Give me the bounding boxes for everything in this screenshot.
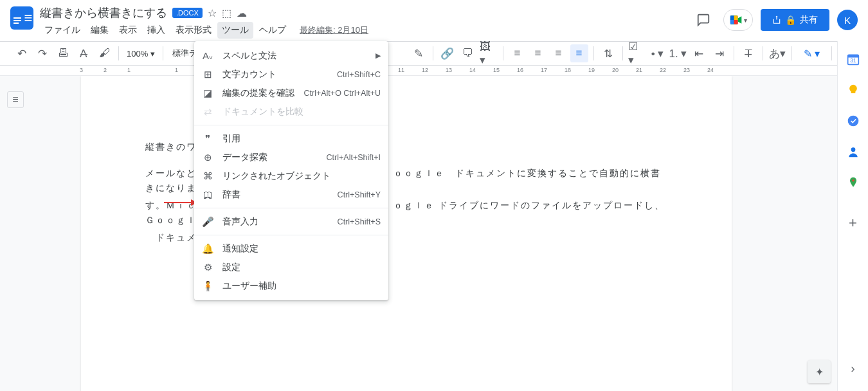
menu-help[interactable]: ヘルプ (255, 22, 291, 39)
paint-format-icon[interactable]: 🖌 (95, 44, 113, 62)
contacts-app-icon[interactable] (847, 145, 860, 158)
bulleted-list-icon[interactable]: • ▾ (649, 44, 667, 62)
svg-rect-7 (734, 20, 737, 24)
accessibility-icon: 🧍 (202, 280, 213, 292)
svg-rect-4 (730, 15, 734, 20)
menu-explore[interactable]: ⊕データ探索Ctrl+Alt+Shift+I (194, 148, 388, 167)
comment-history-icon[interactable] (691, 8, 716, 32)
menu-notification-settings[interactable]: 🔔通知設定 (194, 239, 388, 258)
tools-dropdown: Aᵥスペルと文法▶ ⊞文字カウントCtrl+Shift+C ◪編集の提案を確認C… (194, 41, 388, 300)
spellcheck-icon[interactable]: A̶ (75, 44, 93, 62)
content-area: ≡ 縦書きのワー メールなどでｏｏｇｌｅ ドキュメントに変換することで自動的に横… (0, 76, 837, 391)
line-spacing-icon[interactable]: ⇅ (599, 44, 617, 62)
svg-rect-6 (734, 15, 737, 20)
svg-rect-1 (14, 20, 21, 21)
svg-point-14 (851, 147, 855, 152)
docx-badge: .DOCX (172, 8, 203, 18)
increase-indent-icon[interactable]: ⇥ (710, 44, 728, 62)
add-addon-icon[interactable]: + (849, 215, 857, 232)
compare-icon: ⇄ (202, 106, 213, 118)
insert-image-icon[interactable]: 🖼 ▾ (480, 44, 498, 62)
menu-tools[interactable]: ツール (217, 22, 253, 39)
undo-icon[interactable]: ↶ (13, 44, 31, 62)
menu-dictionary[interactable]: 🕮辞書Ctrl+Shift+Y (194, 185, 388, 204)
last-edit-link[interactable]: 最終編集: 2月10日 (297, 22, 371, 39)
checklist-icon[interactable]: ☑ ▾ (628, 44, 646, 62)
title-area: 縦書きから横書きにする .DOCX ☆ ⬚ ☁ ファイル 編集 表示 挿入 表示… (40, 5, 691, 39)
menu-compare-documents: ⇄ドキュメントを比較 (194, 102, 388, 121)
svg-rect-0 (14, 17, 21, 19)
review-icon: ◪ (202, 87, 213, 99)
side-panel: 31 + › (837, 41, 868, 391)
decrease-indent-icon[interactable]: ⇤ (690, 44, 708, 62)
svg-point-13 (847, 116, 858, 127)
share-button[interactable]: 🔒 共有 (761, 9, 829, 31)
calendar-app-icon[interactable]: 31 (847, 53, 860, 66)
header: ≡ 縦書きから横書きにする .DOCX ☆ ⬚ ☁ ファイル 編集 表示 挿入 … (0, 0, 868, 41)
gear-icon: ⚙ (202, 262, 213, 273)
menu-view[interactable]: 表示 (114, 22, 141, 39)
svg-rect-5 (730, 20, 734, 24)
cloud-status-icon[interactable]: ☁ (237, 7, 247, 19)
insert-link-icon[interactable]: 🔗 (439, 44, 457, 62)
maps-app-icon[interactable] (847, 176, 860, 189)
move-icon[interactable]: ⬚ (222, 7, 231, 19)
document-page[interactable]: 縦書きのワー メールなどでｏｏｇｌｅ ドキュメントに変換することで自動的に横書き… (81, 76, 732, 391)
share-label: 共有 (800, 14, 818, 26)
align-left-icon[interactable]: ≡ (509, 44, 527, 62)
hide-panel-icon[interactable]: › (851, 362, 855, 376)
svg-rect-2 (14, 23, 19, 24)
document-title[interactable]: 縦書きから横書きにする (40, 5, 167, 21)
keep-app-icon[interactable] (847, 84, 860, 96)
outline-rail: ≡ (0, 76, 31, 391)
menu-insert[interactable]: 挿入 (143, 22, 170, 39)
align-justify-icon[interactable]: ≡ (570, 44, 588, 62)
input-tools-icon[interactable]: あ ▾ (768, 44, 786, 62)
numbered-list-icon[interactable]: 1. ▾ (669, 44, 687, 62)
align-center-icon[interactable]: ≡ (529, 44, 547, 62)
menu-file[interactable]: ファイル (40, 22, 85, 39)
header-actions: ▾ 🔒 共有 K (691, 8, 858, 32)
menu-format[interactable]: 表示形式 (171, 22, 216, 39)
quote-icon: ❞ (202, 133, 213, 145)
submenu-arrow-icon: ▶ (375, 51, 381, 60)
outline-icon[interactable]: ≡ (7, 91, 24, 108)
account-avatar[interactable]: K (837, 10, 858, 30)
menu-word-count[interactable]: ⊞文字カウントCtrl+Shift+C (194, 65, 388, 84)
svg-text:31: 31 (850, 57, 856, 64)
explore-fab[interactable]: ✦ (808, 360, 831, 383)
zoom-select[interactable]: 100% ▾ (124, 49, 158, 59)
menubar: ファイル 編集 表示 挿入 表示形式 ツール ヘルプ 最終編集: 2月10日 (40, 22, 691, 39)
spellcheck-icon: Aᵥ (202, 50, 213, 62)
menu-preferences[interactable]: ⚙設定 (194, 258, 388, 277)
menu-review-suggestions[interactable]: ◪編集の提案を確認Ctrl+Alt+O Ctrl+Alt+U (194, 84, 388, 102)
highlight-color-icon[interactable]: ✎ (410, 44, 428, 62)
explore-icon: ⊕ (202, 152, 213, 163)
link-objects-icon: ⌘ (202, 170, 213, 182)
editing-mode-button[interactable]: ✎ ▾ (797, 45, 826, 62)
microphone-icon: 🎤 (202, 216, 213, 228)
add-comment-icon[interactable]: 🗨 (459, 44, 477, 62)
menu-accessibility[interactable]: 🧍ユーザー補助 (194, 277, 388, 295)
star-icon[interactable]: ☆ (208, 7, 217, 19)
horizontal-ruler[interactable]: 3 2 1 1 2 11 12 13 14 15 16 17 18 19 20 … (0, 66, 868, 76)
bell-icon: 🔔 (202, 243, 213, 255)
clear-formatting-icon[interactable]: T̶ (739, 44, 757, 62)
count-icon: ⊞ (202, 69, 213, 80)
menu-linked-objects[interactable]: ⌘リンクされたオブジェクト (194, 167, 388, 185)
menu-voice-typing[interactable]: 🎤音声入力Ctrl+Shift+S (194, 212, 388, 231)
docs-app-icon[interactable]: ≡ (10, 6, 33, 30)
meet-button[interactable]: ▾ (723, 9, 753, 31)
menu-edit[interactable]: 編集 (86, 22, 113, 39)
print-icon[interactable]: 🖶 (54, 44, 72, 62)
align-right-icon[interactable]: ≡ (550, 44, 568, 62)
svg-point-15 (852, 179, 854, 181)
redo-icon[interactable]: ↷ (33, 44, 51, 62)
tasks-app-icon[interactable] (847, 114, 860, 127)
annotation-arrow (164, 198, 197, 207)
dictionary-icon: 🕮 (202, 189, 213, 200)
menu-spelling-grammar[interactable]: Aᵥスペルと文法▶ (194, 46, 388, 65)
toolbar: ↶ ↷ 🖶 A̶ 🖌 100% ▾ 標準テキス ✎ 🔗 🗨 🖼 ▾ ≡ ≡ ≡ … (0, 41, 868, 66)
menu-citations[interactable]: ❞引用 (194, 129, 388, 148)
